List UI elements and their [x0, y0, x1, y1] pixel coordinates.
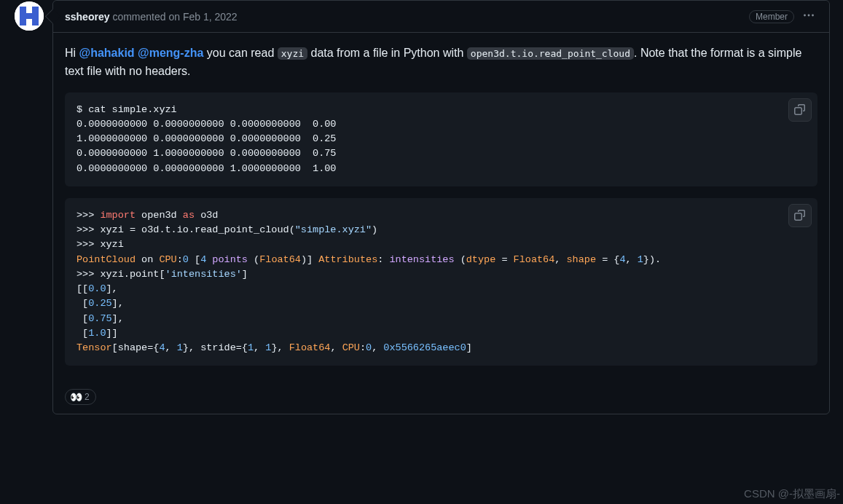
code-block-cat: $ cat simple.xyzi 0.0000000000 0.0000000…: [65, 92, 817, 186]
comment-container: ssheorey commented on Feb 1, 2022 Member…: [52, 0, 830, 414]
svg-point-8: [812, 15, 814, 17]
svg-rect-2: [32, 7, 39, 13]
copy-button[interactable]: [788, 98, 812, 122]
comment-action: commented: [109, 11, 168, 23]
reaction-eyes[interactable]: 👀 2: [65, 389, 96, 405]
eyes-emoji-icon: 👀: [70, 391, 82, 403]
comment-header: ssheorey commented on Feb 1, 2022 Member: [53, 1, 829, 33]
comment-text: Hi @hahakid @meng-zha you can read xyzi …: [65, 44, 817, 81]
member-badge: Member: [749, 10, 794, 23]
author-link[interactable]: ssheorey: [65, 11, 109, 23]
svg-point-7: [808, 15, 810, 17]
kebab-menu-icon[interactable]: [800, 7, 817, 26]
reactions-bar: 👀 2: [53, 389, 829, 414]
svg-rect-5: [32, 19, 39, 25]
mention-hahakid[interactable]: @hahakid: [79, 47, 135, 59]
reaction-count: 2: [85, 392, 90, 402]
svg-point-6: [804, 15, 806, 17]
inline-code-read-point-cloud: open3d.t.io.read_point_cloud: [467, 47, 634, 60]
svg-rect-4: [20, 19, 26, 25]
inline-code-xyzi: xyzi: [278, 47, 307, 60]
mention-meng-zha[interactable]: @meng-zha: [138, 47, 203, 59]
svg-rect-1: [20, 7, 26, 13]
code-block-python: >>> import open3d as o3d >>> xyzi = o3d.…: [65, 198, 817, 366]
watermark: CSDN @-拟墨画扇-: [744, 487, 840, 501]
comment-timestamp[interactable]: on Feb 1, 2022: [168, 11, 237, 23]
comment-body: Hi @hahakid @meng-zha you can read xyzi …: [53, 33, 829, 389]
copy-button[interactable]: [788, 204, 812, 227]
svg-rect-3: [20, 13, 39, 19]
avatar[interactable]: [15, 1, 44, 31]
